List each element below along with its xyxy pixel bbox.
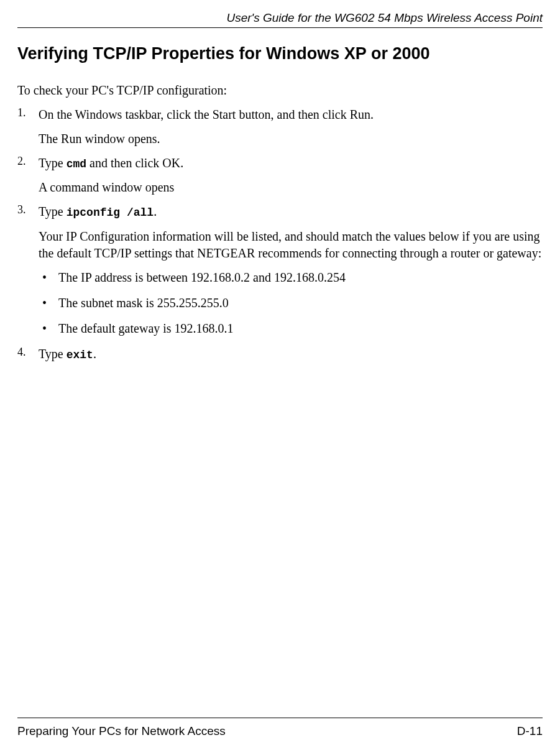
bullet-item: The IP address is between 192.168.0.2 an… (39, 269, 543, 286)
mono-exit: exit (67, 349, 93, 361)
step-number: 2. (17, 155, 26, 168)
after-mono: . (93, 347, 96, 361)
step-2: 2. Type cmd and then click OK. A command… (17, 155, 543, 196)
footer-left: Preparing Your PCs for Network Access (17, 724, 226, 738)
step-3-bullets: The IP address is between 192.168.0.2 an… (39, 269, 543, 337)
after-mono: and then click OK. (86, 156, 183, 170)
intro-text: To check your PC's TCP/IP configuration: (17, 83, 543, 98)
type-label: Type (39, 347, 67, 361)
step-result: Your IP Configuration information will b… (39, 228, 543, 262)
header-title: User's Guide for the WG602 54 Mbps Wirel… (226, 11, 543, 24)
step-result: The Run window opens. (39, 131, 543, 147)
page-footer: Preparing Your PCs for Network Access D-… (17, 718, 543, 753)
type-label: Type (39, 205, 67, 218)
step-1: 1. On the Windows taskbar, click the Sta… (17, 106, 543, 147)
step-4: 4. Type exit. (17, 346, 543, 363)
steps-list: 1. On the Windows taskbar, click the Sta… (17, 106, 543, 370)
bullet-item: The subnet mask is 255.255.255.0 (39, 295, 543, 312)
step-result: A command window opens (39, 179, 543, 196)
after-mono: . (154, 205, 157, 218)
page-heading: Verifying TCP/IP Properties for Windows … (17, 44, 543, 63)
type-label: Type (39, 156, 67, 170)
step-3: 3. Type ipconfig /all. Your IP Configura… (17, 203, 543, 336)
step-number: 3. (17, 203, 26, 216)
running-header: User's Guide for the WG602 54 Mbps Wirel… (17, 11, 543, 28)
step-number: 4. (17, 346, 26, 359)
step-text: On the Windows taskbar, click the Start … (39, 106, 543, 123)
footer-right: D-11 (517, 724, 543, 738)
bullet-item: The default gateway is 192.168.0.1 (39, 320, 543, 337)
step-number: 1. (17, 106, 26, 119)
step-text: Type cmd and then click OK. (39, 155, 543, 172)
mono-cmd: cmd (67, 158, 86, 170)
step-text: Type exit. (39, 346, 543, 363)
mono-ipconfig: ipconfig /all (67, 206, 154, 219)
page-container: User's Guide for the WG602 54 Mbps Wirel… (0, 0, 560, 753)
step-text: Type ipconfig /all. (39, 203, 543, 220)
